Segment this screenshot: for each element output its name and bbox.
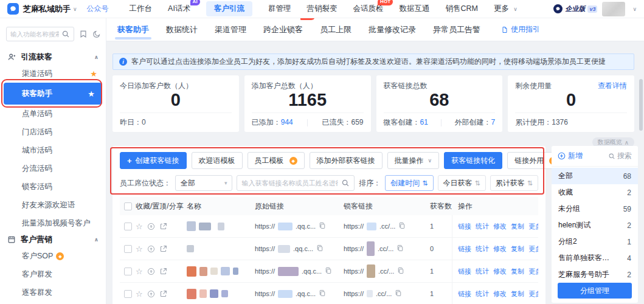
tab-channel-management[interactable]: 渠道管理 — [215, 18, 246, 41]
copy-icon[interactable] — [397, 267, 404, 275]
sidebar-item-acquisition-assistant[interactable]: 获客助手 ★ — [4, 83, 102, 105]
search-icon[interactable] — [341, 179, 350, 187]
pin-top-icon[interactable] — [147, 268, 155, 275]
tab-abnormal-staff-alert[interactable]: 异常员工告警 — [433, 18, 480, 41]
row-checkbox[interactable] — [124, 268, 132, 275]
sort-by-total-gain[interactable]: 累计获客⇅ — [490, 175, 538, 191]
copy-icon[interactable] — [395, 289, 402, 298]
nav-sales-crm[interactable]: 销售CRM — [445, 4, 477, 14]
row-checkbox[interactable] — [124, 223, 132, 230]
sidebar-search-box[interactable] — [6, 27, 74, 41]
pin-top-icon[interactable] — [147, 245, 155, 253]
sort-by-created-time[interactable]: 创建时间⇅ — [385, 175, 433, 191]
favorite-star-icon[interactable]: ☆ — [136, 289, 143, 299]
copy-icon[interactable] — [325, 267, 332, 275]
action-stats[interactable]: 统计 — [476, 267, 489, 276]
tab-batch-modify-records[interactable]: 批量修改记录 — [369, 18, 416, 41]
create-link-button[interactable]: +创建获客链接 — [120, 152, 187, 169]
tab-cross-company-lock[interactable]: 跨企业锁客 new — [263, 18, 303, 41]
link-conversion-button[interactable]: 获客链接转化 — [444, 152, 502, 169]
group-search-button[interactable]: 搜索 — [608, 151, 632, 161]
search-icon[interactable] — [61, 30, 70, 38]
action-more[interactable]: 更多 — [528, 289, 538, 299]
nav-ai-script[interactable]: AI话术 AI — [168, 4, 190, 14]
group-item-sesame-assistant[interactable]: 芝麻服务号助手2 — [552, 266, 638, 283]
action-link[interactable]: 链接 — [458, 244, 471, 254]
action-link[interactable]: 链接 — [458, 267, 471, 276]
action-copy[interactable]: 复制 — [511, 267, 524, 276]
view-details-link[interactable]: 查看详情 — [598, 81, 627, 91]
bookmark-icon[interactable] — [79, 30, 88, 38]
add-group-button[interactable]: 新增 — [558, 151, 583, 161]
row-checkbox[interactable] — [124, 290, 132, 298]
staff-template-button[interactable]: 员工模板◆ — [248, 152, 305, 169]
action-copy[interactable]: 复制 — [511, 289, 524, 299]
group-item-ungrouped[interactable]: 未分组59 — [552, 201, 638, 217]
scrollbar-thumb[interactable] — [639, 79, 643, 131]
sidebar-item-customer-broadcast[interactable]: 客户群发 — [0, 265, 106, 283]
nav-marketing-fission[interactable]: 营销裂变 — [306, 4, 337, 14]
action-modify[interactable]: 修改 — [493, 289, 507, 299]
action-stats[interactable]: 统计 — [476, 244, 489, 254]
section-customer-marketing[interactable]: 客户营销 ∧ — [0, 232, 106, 247]
official-account-link[interactable]: 公众号 — [87, 4, 109, 14]
share-external-icon[interactable] — [159, 268, 167, 275]
nav-chat-inspection[interactable]: 会话质检 HOT — [353, 4, 383, 14]
nav-group-management[interactable]: 群管理 — [268, 4, 291, 14]
brand-caret-icon[interactable]: ∨ — [73, 6, 77, 12]
pin-top-icon[interactable] — [147, 290, 155, 298]
batch-operation-button[interactable]: 批量操作∨ — [387, 152, 440, 169]
add-external-link-button[interactable]: 添加外部获客链接 — [310, 152, 383, 169]
share-external-icon[interactable] — [159, 223, 167, 230]
theme-moon-icon[interactable] — [92, 30, 101, 38]
copy-icon[interactable] — [398, 222, 406, 230]
favorite-star-icon[interactable]: ★ — [88, 89, 95, 98]
action-modify[interactable]: 修改 — [493, 222, 507, 231]
tab-data-statistics[interactable]: 数据统计 — [166, 18, 198, 41]
nav-customer-acquisition[interactable]: 客户引流 — [206, 1, 252, 16]
sidebar-item-batch-add-video-customers[interactable]: 批量添加视频号客户 — [0, 214, 106, 232]
chevron-up-icon[interactable]: ∧ — [94, 237, 99, 243]
nav-data-exchange[interactable]: 数据互通 — [399, 4, 429, 14]
sidebar-item-friend-source-welcome[interactable]: 好友来源欢迎语 — [0, 196, 106, 214]
pin-top-icon[interactable] — [147, 223, 155, 230]
sidebar-item-individual-broadcast[interactable]: 逐客群发 — [0, 283, 106, 302]
copy-icon[interactable] — [319, 222, 326, 230]
sidebar-item-lock-code[interactable]: 锁客活码 — [0, 178, 106, 196]
sort-by-today-gain[interactable]: 今日获客⇅ — [438, 175, 486, 191]
group-item-group2[interactable]: 分组21 — [552, 233, 638, 250]
user-caret-icon[interactable]: ∨ — [632, 6, 637, 12]
tab-acquisition-assistant[interactable]: 获客助手 — [117, 18, 149, 41]
sidebar-item-customer-sop[interactable]: 客户SOP ◆ — [0, 247, 106, 265]
action-stats[interactable]: 统计 — [476, 222, 489, 231]
chevron-up-icon[interactable]: ∧ — [94, 54, 99, 60]
link-search-box[interactable] — [237, 175, 355, 191]
group-item-all[interactable]: 全部68 — [552, 168, 638, 184]
group-item-helen-test[interactable]: helen测试2 — [552, 217, 638, 233]
nav-workbench[interactable]: 工作台 — [130, 4, 153, 14]
favorite-star-icon[interactable]: ☆ — [136, 222, 143, 231]
welcome-template-button[interactable]: 欢迎语模板 — [192, 152, 243, 169]
avatar[interactable] — [602, 2, 625, 16]
row-checkbox[interactable] — [124, 245, 132, 253]
sidebar-item-split-code[interactable]: 分流活码 — [0, 159, 106, 178]
sidebar-item-order-code[interactable]: 点单活码 — [0, 105, 106, 123]
action-link[interactable]: 链接 — [458, 289, 471, 299]
action-modify[interactable]: 修改 — [493, 267, 507, 276]
action-modify[interactable]: 修改 — [493, 244, 507, 254]
action-copy[interactable]: 复制 — [511, 244, 524, 254]
favorite-star-icon[interactable]: ☆ — [136, 244, 143, 254]
group-manage-button[interactable]: 分组管理 — [558, 283, 632, 299]
action-more[interactable]: 更多 — [528, 244, 538, 254]
tab-staff-limit[interactable]: 员工上限 — [320, 18, 351, 41]
action-copy[interactable]: 复制 — [511, 222, 524, 231]
sidebar-item-channel-code[interactable]: 渠道活码 ★ — [0, 64, 106, 83]
favorite-star-icon[interactable]: ★ — [90, 69, 97, 78]
group-item-presales[interactable]: 售前单独获客链...4 — [552, 250, 638, 266]
action-link[interactable]: 链接 — [458, 222, 471, 231]
group-item-favorites[interactable]: 收藏2 — [552, 184, 638, 201]
sidebar-search-input[interactable] — [10, 30, 59, 38]
seat-status-select[interactable]: 全部 ▾ — [175, 175, 232, 191]
copy-icon[interactable] — [396, 244, 404, 253]
usage-guide-link[interactable]: 使用指引 — [501, 24, 540, 35]
